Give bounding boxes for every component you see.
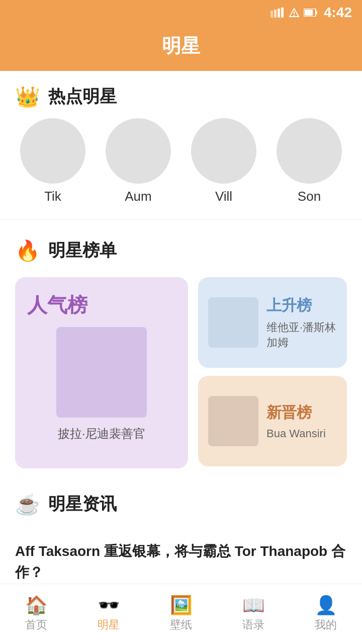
popular-chart-card[interactable]: 人气榜 披拉·尼迪裴善官 (15, 277, 188, 468)
quotes-icon: 📖 (242, 596, 265, 614)
profile-icon: 👤 (315, 596, 337, 614)
charts-row: 人气榜 披拉·尼迪裴善官 上升榜 维他亚·潘斯林加姆 (15, 277, 347, 468)
popular-chart-star: 披拉·尼迪裴善官 (58, 426, 146, 442)
rising-chart-info: 上升榜 维他亚·潘斯林加姆 (266, 295, 337, 350)
nav-label-home: 首页 (25, 617, 47, 632)
status-icons (270, 8, 318, 18)
nav-label-profile: 我的 (315, 617, 337, 632)
star-name-vill: Vill (215, 189, 232, 204)
svg-rect-8 (316, 11, 317, 14)
bottom-nav: 🏠 首页 🕶️ 明星 🖼️ 壁纸 📖 语录 👤 我的 (0, 584, 362, 644)
svg-rect-2 (278, 9, 280, 18)
newcomer-chart-card[interactable]: 新晋榜 Bua Wansiri (198, 376, 347, 466)
svg-point-6 (294, 15, 295, 16)
home-icon: 🏠 (25, 596, 48, 614)
stars-icon: 🕶️ (98, 596, 120, 614)
hot-stars-list: Tik Aum Vill Son (0, 118, 362, 214)
rising-chart-card[interactable]: 上升榜 维他亚·潘斯林加姆 (198, 277, 347, 368)
hot-stars-header: 👑 热点明星 (0, 71, 362, 118)
newcomer-chart-type: 新晋榜 (266, 403, 326, 423)
popular-chart-label: 人气榜 (27, 291, 87, 319)
star-item-aum[interactable]: Aum (96, 118, 181, 204)
star-name-tik: Tik (44, 189, 61, 204)
nav-item-quotes[interactable]: 📖 语录 (217, 591, 290, 637)
svg-rect-1 (274, 10, 277, 18)
nav-item-profile[interactable]: 👤 我的 (290, 591, 362, 637)
page-title: 明星 (0, 33, 362, 59)
newcomer-chart-star: Bua Wansiri (266, 427, 326, 440)
main-content: 👑 热点明星 Tik Aum Vill Son 🔥 明星榜单 人气榜 (0, 71, 362, 644)
nav-label-stars: 明星 (98, 617, 120, 632)
nav-item-stars[interactable]: 🕶️ 明星 (72, 591, 145, 637)
svg-rect-9 (305, 10, 313, 16)
rising-chart-type: 上升榜 (266, 295, 337, 316)
popular-chart-image (56, 327, 147, 418)
news-header: ☕ 明星资讯 (0, 478, 362, 526)
fire-icon: 🔥 (15, 240, 40, 261)
star-item-vill[interactable]: Vill (181, 118, 266, 204)
newcomer-chart-image (208, 396, 258, 446)
status-time: 4:42 (324, 5, 352, 21)
page-header: 明星 (0, 25, 362, 71)
nav-item-home[interactable]: 🏠 首页 (0, 591, 72, 637)
divider-1 (0, 219, 362, 220)
crown-icon: 👑 (15, 87, 40, 107)
nav-label-quotes: 语录 (242, 617, 264, 632)
status-bar: 4:42 (0, 0, 362, 25)
svg-rect-0 (270, 11, 273, 18)
star-avatar-tik (20, 118, 85, 184)
star-item-tik[interactable]: Tik (10, 118, 96, 204)
charts-col-right: 上升榜 维他亚·潘斯林加姆 新晋榜 Bua Wansiri (198, 277, 347, 468)
charts-title: 明星榜单 (48, 239, 117, 262)
star-name-aum: Aum (125, 189, 151, 204)
hot-stars-title: 热点明星 (48, 85, 117, 108)
svg-rect-3 (281, 8, 284, 18)
news-item-title-0: Aff Taksaorn 重返银幕，将与霸总 Tor Thanapob 合作？ (15, 543, 345, 580)
rising-chart-image (208, 297, 258, 348)
rising-chart-star: 维他亚·潘斯林加姆 (266, 320, 337, 350)
star-item-son[interactable]: Son (266, 118, 352, 204)
news-title: 明星资讯 (48, 493, 117, 516)
charts-grid: 人气榜 披拉·尼迪裴善官 上升榜 维他亚·潘斯林加姆 (0, 272, 362, 478)
star-avatar-aum (106, 118, 171, 184)
star-avatar-vill (191, 118, 256, 184)
star-avatar-son (277, 118, 342, 184)
nav-item-wallpaper[interactable]: 🖼️ 壁纸 (145, 591, 217, 637)
star-name-son: Son (298, 189, 321, 204)
wallpaper-icon: 🖼️ (170, 596, 193, 614)
charts-header: 🔥 明星榜单 (0, 225, 362, 272)
newcomer-chart-info: 新晋榜 Bua Wansiri (266, 403, 326, 440)
nav-label-wallpaper: 壁纸 (170, 617, 192, 632)
coffee-icon: ☕ (15, 494, 40, 514)
